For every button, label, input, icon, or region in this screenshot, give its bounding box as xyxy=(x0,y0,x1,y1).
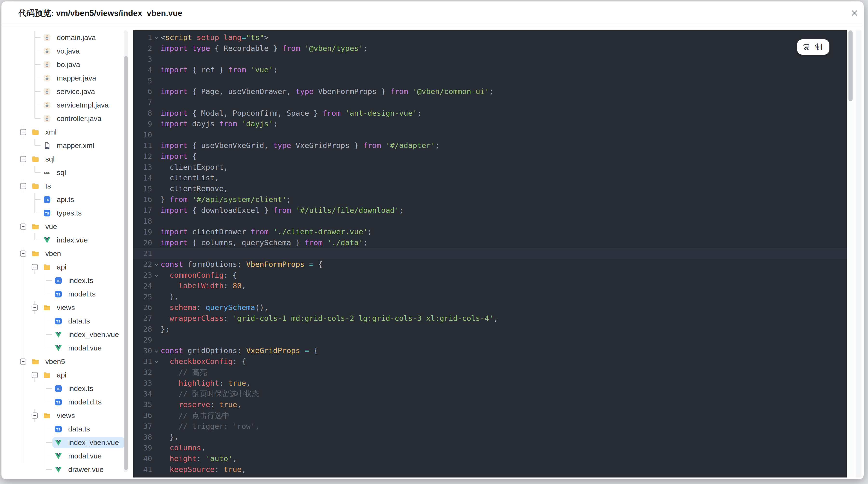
tree-item-label: types.ts xyxy=(57,209,82,217)
tree-item-model.d.ts[interactable]: TS model.d.ts xyxy=(1,395,132,409)
tree-folder-vue[interactable]: vue xyxy=(1,220,132,233)
tree-item-inner[interactable]: ts xyxy=(29,181,57,192)
tree-item-api.ts[interactable]: TS api.ts xyxy=(1,193,132,206)
tree-item-types.ts[interactable]: TS types.ts xyxy=(1,206,132,220)
tree-folder-views[interactable]: views xyxy=(1,301,132,314)
tree-item-inner[interactable]: TS model.d.ts xyxy=(52,396,107,408)
tree-folder-ts[interactable]: ts xyxy=(1,179,132,193)
tree-item-index_vben.vue[interactable]: index_vben.vue xyxy=(1,328,132,341)
tree-folder-vben5[interactable]: vben5 xyxy=(1,355,132,368)
tree-folder-vben[interactable]: vben xyxy=(1,247,132,260)
fold-chevron-icon[interactable] xyxy=(152,272,161,279)
tree-folder-sql[interactable]: sql xyxy=(1,152,132,166)
tree-item-inner[interactable]: drawer.vue xyxy=(52,464,110,475)
tree-item-inner[interactable]: vben5 xyxy=(29,356,71,367)
tree-item-inner[interactable]: bo.java xyxy=(41,59,86,70)
tree-toggle-icon[interactable] xyxy=(32,304,38,311)
tree-item-inner[interactable]: views xyxy=(41,302,81,313)
tree-item-mapper.xml[interactable]: XML mapper.xml xyxy=(1,139,132,152)
tree-toggle-icon[interactable] xyxy=(20,183,26,189)
tree-item-data.ts[interactable]: TS data.ts xyxy=(1,422,132,436)
tree-item-inner[interactable]: XML mapper.xml xyxy=(41,140,100,151)
tree-item-inner[interactable]: TS data.ts xyxy=(52,316,96,327)
tree-item-inner[interactable]: modal.vue xyxy=(52,343,107,354)
close-icon[interactable] xyxy=(849,8,860,18)
tree-guide-line xyxy=(34,200,35,206)
code-text: import dayjs from 'dayjs'; xyxy=(161,118,278,129)
tree-item-service.java[interactable]: service.java xyxy=(1,85,132,98)
tree-item-inner[interactable]: mapper.java xyxy=(41,72,102,84)
tree-toggle-icon[interactable] xyxy=(20,223,26,230)
tree-item-label: vben5 xyxy=(45,357,65,366)
tree-item-inner[interactable]: vben xyxy=(29,248,67,259)
tree-guide-line xyxy=(34,233,35,240)
tree-item-data.ts[interactable]: TS data.ts xyxy=(1,314,132,328)
tree-item-inner[interactable]: TS data.ts xyxy=(52,423,96,434)
tree-guide-line xyxy=(23,422,23,436)
tree-item-inner[interactable]: TS types.ts xyxy=(41,207,88,219)
tree-item-inner[interactable]: index_vben.vue xyxy=(52,437,125,448)
tree-item-modal.vue[interactable]: modal.vue xyxy=(1,341,132,355)
tree-item-drawer.vue[interactable]: drawer.vue xyxy=(1,463,132,476)
tree-item-inner[interactable]: serviceImpl.java xyxy=(41,100,115,110)
tree-item-inner[interactable]: api xyxy=(41,261,72,272)
tree-item-inner[interactable]: TS api.ts xyxy=(41,194,80,205)
tree-item-inner[interactable]: vo.java xyxy=(41,45,86,57)
tree-item-serviceImpl.java[interactable]: serviceImpl.java xyxy=(1,98,132,112)
tree-toggle-icon[interactable] xyxy=(20,251,26,257)
tree-scrollbar-thumb[interactable] xyxy=(124,56,128,470)
ts-file-icon: TS xyxy=(55,290,62,298)
tree-item-inner[interactable]: api xyxy=(41,369,72,381)
tree-item-mapper.java[interactable]: mapper.java xyxy=(1,71,132,85)
tree-folder-views[interactable]: views xyxy=(1,409,132,422)
tree-item-vo.java[interactable]: vo.java xyxy=(1,44,132,58)
tree-item-inner[interactable]: TS model.ts xyxy=(52,289,101,300)
tree-item-inner[interactable]: SQL sql xyxy=(41,167,72,178)
tree-item-model.ts[interactable]: TS model.ts xyxy=(1,287,132,301)
tree-toggle-icon[interactable] xyxy=(32,264,38,270)
tree-item-inner[interactable]: sql xyxy=(29,154,60,165)
tree-item-index.ts[interactable]: TS index.ts xyxy=(1,382,132,395)
tree-toggle-icon[interactable] xyxy=(20,358,26,365)
fold-chevron-icon[interactable] xyxy=(152,261,161,267)
tree-item-inner[interactable]: TS index.ts xyxy=(52,383,99,394)
code-text: } from '#/api/system/client'; xyxy=(161,194,291,205)
tree-item-inner[interactable]: controller.java xyxy=(41,113,107,124)
tree-folder-api[interactable]: api xyxy=(1,368,132,382)
tree-item-modal.vue[interactable]: modal.vue xyxy=(1,449,132,463)
editor-scrollbar-thumb[interactable] xyxy=(848,30,852,101)
tree-item-inner[interactable]: index.vue xyxy=(41,234,94,246)
tree-guide-line xyxy=(34,85,35,92)
fold-chevron-icon[interactable] xyxy=(152,358,161,365)
tree-item-inner[interactable]: views xyxy=(41,410,81,421)
tree-item-inner[interactable]: domain.java xyxy=(41,32,102,43)
tree-item-domain.java[interactable]: domain.java xyxy=(1,31,132,44)
tree-item-label: data.ts xyxy=(68,317,90,325)
java-file-icon xyxy=(43,34,51,41)
tree-item-inner[interactable]: TS index.ts xyxy=(52,275,99,286)
tree-folder-xml[interactable]: xml xyxy=(1,125,132,139)
tree-toggle-icon[interactable] xyxy=(20,156,26,162)
tree-item-inner[interactable]: vue xyxy=(29,221,63,232)
line-number: 22 xyxy=(133,260,152,268)
fold-chevron-icon[interactable] xyxy=(152,34,161,41)
tree-toggle-icon[interactable] xyxy=(32,372,38,378)
tree-toggle-icon[interactable] xyxy=(32,412,38,419)
tree-item-inner[interactable]: modal.vue xyxy=(52,451,107,461)
tree-item-bo.java[interactable]: bo.java xyxy=(1,58,132,71)
tree-item-inner[interactable]: index_vben.vue xyxy=(52,329,125,340)
tree-item-inner[interactable]: service.java xyxy=(41,86,101,97)
tree-item-index_vben.vue[interactable]: index_vben.vue xyxy=(1,436,132,449)
tree-item-inner[interactable]: xml xyxy=(29,127,62,138)
fold-chevron-icon[interactable] xyxy=(152,347,161,354)
tree-folder-api[interactable]: api xyxy=(1,260,132,274)
copy-button[interactable]: 复 制 xyxy=(797,39,830,55)
collapse-toggle-icon xyxy=(20,156,26,162)
code-text: import { useVbenVxeGrid, type VxeGridPro… xyxy=(161,140,439,151)
tree-item-index.ts[interactable]: TS index.ts xyxy=(1,274,132,287)
tree-item-controller.java[interactable]: controller.java xyxy=(1,112,132,125)
tree-toggle-icon[interactable] xyxy=(20,129,26,135)
fold-gutter-empty xyxy=(152,231,161,233)
tree-item-sql[interactable]: SQL sql xyxy=(1,166,132,179)
tree-item-index.vue[interactable]: index.vue xyxy=(1,233,132,247)
